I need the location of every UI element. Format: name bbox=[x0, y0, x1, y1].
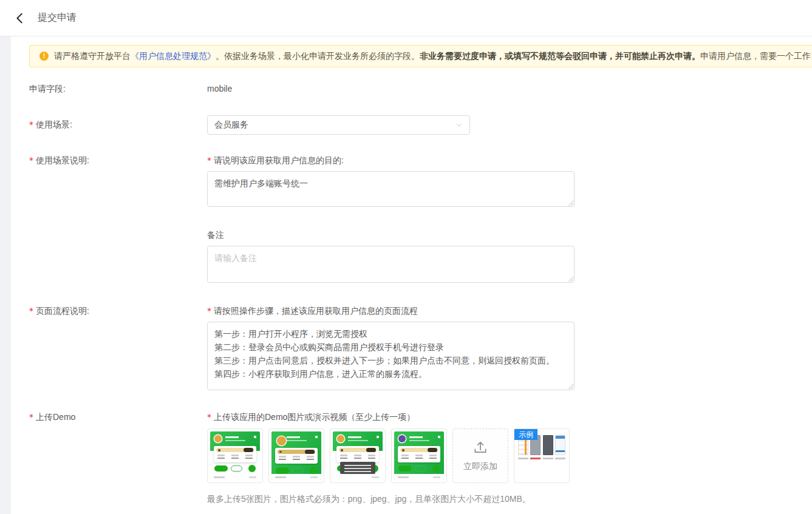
page-flow-content: *请按照操作步骤，描述该应用获取用户信息的页面流程 第一步：用户打开小程序，浏览… bbox=[207, 306, 575, 390]
warning-circle-icon bbox=[39, 52, 49, 61]
upload-demo-label: *上传Demo bbox=[29, 412, 207, 505]
upload-thumbnails: 立即添加 示例 bbox=[207, 428, 570, 483]
page-flow-label-text: 页面流程说明: bbox=[36, 306, 89, 316]
use-scene-label: *使用场景: bbox=[29, 120, 207, 130]
upload-demo-label-text: 上传Demo bbox=[36, 412, 75, 422]
purpose-textarea-wrap: 需维护用户多端账号统一 bbox=[207, 171, 575, 207]
demo-thumbnail-2[interactable] bbox=[268, 428, 324, 483]
scene-description-label: *使用场景说明: bbox=[29, 155, 207, 283]
example-thumbnail[interactable]: 示例 bbox=[514, 428, 570, 483]
demo-image bbox=[333, 431, 383, 480]
purpose-sub-label: *请说明该应用获取用户信息的目的: bbox=[207, 155, 575, 166]
demo-thumbnail-1[interactable] bbox=[207, 428, 263, 483]
content-panel: 请严格遵守开放平台《用户信息处理规范》。依据业务场景，最小化申请开发业务所必须的… bbox=[11, 36, 812, 514]
remark-textarea[interactable] bbox=[207, 246, 575, 283]
demo-thumbnail-4[interactable] bbox=[391, 428, 447, 483]
upload-demo-content: *上传该应用的Demo图片或演示视频（至少上传一项） bbox=[207, 412, 570, 505]
example-badge: 示例 bbox=[514, 429, 537, 440]
scene-description-label-text: 使用场景说明: bbox=[36, 155, 89, 165]
row-scene-description: *使用场景说明: *请说明该应用获取用户信息的目的: 需维护用户多端账号统一 备… bbox=[29, 155, 812, 283]
warning-text-mid: 。依据业务场景，最小化申请开发业务所必须的字段。 bbox=[216, 51, 420, 61]
flow-sub-label-text: 请按照操作步骤，描述该应用获取用户信息的页面流程 bbox=[214, 306, 418, 316]
use-scene-select-value: 会员服务 bbox=[214, 120, 248, 130]
purpose-sub-label-text: 请说明该应用获取用户信息的目的: bbox=[214, 155, 344, 165]
warning-text: 请严格遵守开放平台《用户信息处理规范》。依据业务场景，最小化申请开发业务所必须的… bbox=[54, 51, 812, 62]
flow-textarea[interactable]: 第一步：用户打开小程序，浏览无需授权 第二步：登录会员中心或购买商品需用户授权手… bbox=[207, 322, 575, 390]
row-upload-demo: *上传Demo *上传该应用的Demo图片或演示视频（至少上传一项） bbox=[29, 412, 812, 505]
row-apply-field: 申请字段: mobile bbox=[29, 84, 812, 95]
required-asterisk: * bbox=[207, 306, 211, 316]
page-title: 提交申请 bbox=[38, 12, 77, 24]
warning-text-lead: 请严格遵守开放平台 bbox=[54, 51, 131, 61]
user-info-spec-link[interactable]: 《用户信息处理规范》 bbox=[131, 51, 216, 61]
add-upload-button[interactable]: 立即添加 bbox=[452, 428, 508, 483]
flow-textarea-wrap: 第一步：用户打开小程序，浏览无需授权 第二步：登录会员中心或购买商品需用户授权手… bbox=[207, 322, 575, 390]
upload-sub-label-text: 上传该应用的Demo图片或演示视频（至少上传一项） bbox=[214, 412, 415, 422]
row-page-flow: *页面流程说明: *请按照操作步骤，描述该应用获取用户信息的页面流程 第一步：用… bbox=[29, 306, 812, 390]
remark-label: 备注 bbox=[207, 230, 575, 241]
warning-text-bold: 非业务需要过度申请，或填写不规范等会驳回申请，并可能禁止再次申请。 bbox=[420, 51, 700, 61]
scene-description-content: *请说明该应用获取用户信息的目的: 需维护用户多端账号统一 备注 bbox=[207, 155, 575, 283]
apply-field-label: 申请字段: bbox=[29, 84, 207, 95]
add-upload-label: 立即添加 bbox=[463, 461, 497, 472]
chevron-left-icon bbox=[13, 12, 27, 25]
upload-hint: 最多上传5张图片，图片格式必须为：png、jpeg、jpg，且单张图片大小不超过… bbox=[207, 494, 570, 505]
required-asterisk: * bbox=[207, 155, 211, 165]
required-asterisk: * bbox=[29, 412, 33, 422]
chevron-down-icon bbox=[455, 121, 463, 129]
warning-banner: 请严格遵守开放平台《用户信息处理规范》。依据业务场景，最小化申请开发业务所必须的… bbox=[29, 45, 812, 67]
required-asterisk: * bbox=[29, 120, 33, 129]
page-header: 提交申请 bbox=[0, 0, 812, 36]
row-use-scene: *使用场景: 会员服务 bbox=[29, 115, 812, 135]
required-asterisk: * bbox=[207, 412, 211, 422]
back-button[interactable] bbox=[10, 8, 30, 29]
demo-thumbnail-3[interactable] bbox=[330, 428, 386, 483]
use-scene-select[interactable]: 会员服务 bbox=[207, 115, 470, 135]
upload-sub-label: *上传该应用的Demo图片或演示视频（至少上传一项） bbox=[207, 412, 570, 423]
apply-field-value: mobile bbox=[207, 84, 232, 95]
use-scene-label-text: 使用场景: bbox=[36, 120, 72, 129]
demo-image bbox=[394, 431, 444, 480]
remark-textarea-wrap bbox=[207, 246, 575, 283]
upload-icon bbox=[473, 439, 488, 457]
demo-image bbox=[210, 431, 260, 480]
required-asterisk: * bbox=[29, 155, 33, 165]
purpose-textarea[interactable]: 需维护用户多端账号统一 bbox=[207, 171, 575, 207]
flow-sub-label: *请按照操作步骤，描述该应用获取用户信息的页面流程 bbox=[207, 306, 575, 317]
required-asterisk: * bbox=[29, 306, 33, 316]
page-flow-label: *页面流程说明: bbox=[29, 306, 207, 390]
warning-text-tail: 申请用户信息，需要一个工作日左右的审核时间，请耐 bbox=[700, 51, 812, 61]
demo-image bbox=[271, 431, 321, 480]
